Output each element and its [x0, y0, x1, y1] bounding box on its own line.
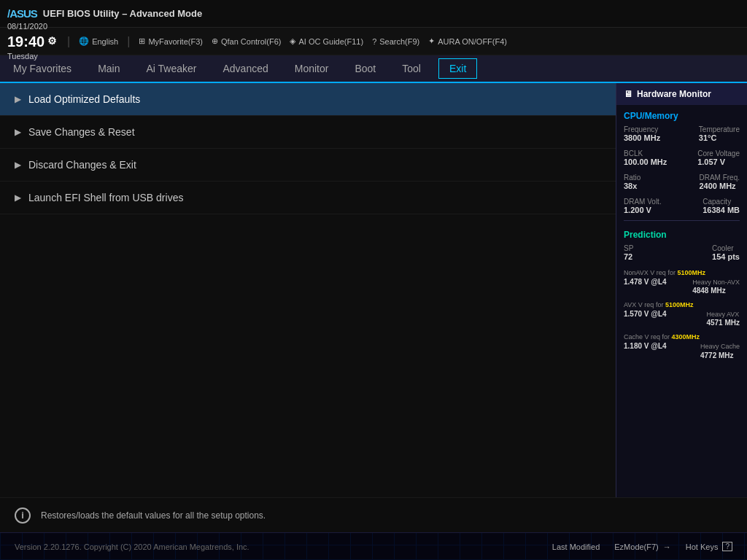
nav-advanced[interactable]: Advanced [209, 55, 281, 82]
heavy-nonavx-value: 4848 MHz [692, 287, 740, 295]
sp-label: SP [624, 244, 633, 252]
capacity-value: 16384 MB [703, 206, 740, 214]
nav-main[interactable]: Main [85, 55, 133, 82]
arrow-icon-4: ▶ [15, 192, 21, 203]
cache-block: Cache V req for 4300MHz 1.180 V @L4 Heav… [616, 331, 747, 363]
app-logo: /ASUS UEFI BIOS Utility – Advanced Mode [7, 7, 202, 20]
sp-value: 72 [624, 252, 633, 261]
cooler-value: 154 pts [712, 252, 740, 261]
last-modified-label: Last Modified [552, 542, 600, 551]
menu-item-discard-exit[interactable]: ▶ Discard Changes & Exit [0, 149, 616, 182]
nav-exit[interactable]: Exit [438, 58, 477, 79]
cooler-label: Cooler [712, 244, 740, 252]
menu-item-load-defaults[interactable]: ▶ Load Optimized Defaults [0, 83, 616, 116]
core-voltage-value: 1.057 V [697, 158, 740, 166]
aura-icon: ✦ [428, 36, 435, 46]
favorite-icon: ⊞ [139, 36, 145, 46]
separator-1: | [67, 35, 70, 48]
nav-boot[interactable]: Boot [341, 55, 389, 82]
prediction-section: Prediction [616, 225, 747, 243]
bclk-row: BCLK 100.00 MHz Core Voltage 1.057 V [616, 148, 747, 168]
aura-button[interactable]: ✦ AURA ON/OFF(F4) [428, 36, 507, 46]
info-text: Restores/loads the default values for al… [41, 510, 266, 521]
menu-label-launch-efi: Launch EFI Shell from USB drives [28, 192, 183, 203]
bclk-value: 100.00 MHz [624, 158, 667, 166]
menu-item-launch-efi[interactable]: ▶ Launch EFI Shell from USB drives [0, 182, 616, 214]
heavy-cache-label: Heavy Cache [700, 342, 740, 351]
favorite-label: MyFavorite(F3) [148, 37, 203, 46]
qfan-button[interactable]: ⊕ Qfan Control(F6) [212, 36, 282, 46]
fan-icon: ⊕ [212, 36, 218, 46]
info-bar: i Restores/loads the default values for … [0, 497, 747, 532]
hot-keys-label: Hot Keys [686, 542, 719, 551]
nav-tool[interactable]: Tool [389, 55, 434, 82]
frequency-label: Frequency [624, 125, 660, 133]
arrow-icon-2: ▶ [15, 127, 21, 137]
info-icon: i [15, 508, 31, 524]
dram-volt-row: DRAM Volt. 1.200 V Capacity 16384 MB [616, 196, 747, 216]
heavy-cache-value: 4772 MHz [700, 351, 740, 359]
last-modified-button[interactable]: Last Modified [552, 542, 600, 551]
menu-label-save-reset: Save Changes & Reset [28, 126, 135, 138]
hw-divider [624, 220, 740, 221]
sp-row: SP 72 Cooler 154 pts [616, 243, 747, 262]
avx-volt: 1.570 V @L4 [624, 310, 667, 318]
ez-mode-button[interactable]: EzMode(F7) → [614, 542, 671, 551]
navbar: My Favorites Main Ai Tweaker Advanced Mo… [0, 55, 747, 83]
hw-monitor-header: 🖥 Hardware Monitor [616, 83, 747, 105]
left-panel: ▶ Load Optimized Defaults ▶ Save Changes… [0, 83, 616, 497]
frequency-row: Frequency 3800 MHz Temperature 31°C [616, 124, 747, 144]
menu-label-load-defaults: Load Optimized Defaults [28, 93, 140, 105]
nav-my-favorites[interactable]: My Favorites [0, 55, 85, 82]
cache-freq: 4300MHz [672, 333, 700, 341]
menu-label-discard-exit: Discard Changes & Exit [28, 159, 136, 171]
ez-mode-arrow-icon: → [663, 542, 671, 551]
globe-icon: 🌐 [79, 36, 89, 46]
aura-label: AURA ON/OFF(F4) [438, 37, 507, 46]
temperature-value: 31°C [699, 133, 740, 142]
search-button[interactable]: ? Search(F9) [372, 37, 419, 46]
my-favorite-button[interactable]: ⊞ MyFavorite(F3) [139, 36, 203, 46]
menu-item-save-reset[interactable]: ▶ Save Changes & Reset [0, 116, 616, 149]
hot-keys-button[interactable]: Hot Keys ? [686, 542, 732, 551]
hardware-monitor-panel: 🖥 Hardware Monitor CPU/Memory Frequency … [616, 83, 747, 497]
header-bar: /ASUS UEFI BIOS Utility – Advanced Mode [0, 0, 747, 28]
ratio-value: 38x [624, 182, 640, 190]
avx-freq: 5100MHz [665, 301, 694, 308]
cpu-memory-section: CPU/Memory [616, 105, 747, 124]
arrow-icon-3: ▶ [15, 160, 21, 170]
nonavx-block: NonAVX V req for 5100MHz 1.478 V @L4 Hea… [616, 267, 747, 299]
time-display: 19:40 ⚙ [7, 32, 58, 51]
dram-volt-label: DRAM Volt. [624, 198, 662, 206]
date-text: 08/11/2020 [7, 21, 58, 31]
nonavx-freq: 5100MHz [677, 269, 705, 276]
heavy-avx-label: Heavy AVX [706, 310, 740, 319]
nav-monitor[interactable]: Monitor [282, 55, 342, 82]
bclk-label: BCLK [624, 149, 667, 158]
topbar: 08/11/2020 19:40 ⚙ Tuesday | 🌐 English |… [0, 28, 747, 55]
nav-ai-tweaker[interactable]: Ai Tweaker [133, 55, 209, 82]
language-button[interactable]: 🌐 English [79, 36, 118, 46]
frequency-value: 3800 MHz [624, 133, 660, 142]
ez-mode-label: EzMode(F7) [614, 542, 659, 551]
qfan-label: Qfan Control(F6) [221, 37, 282, 46]
search-label: Search(F9) [379, 37, 419, 46]
version-text: Version 2.20.1276. Copyright (C) 2020 Am… [15, 542, 249, 551]
footer-controls: Last Modified EzMode(F7) → Hot Keys ? [552, 542, 732, 551]
cache-volt: 1.180 V @L4 [624, 342, 667, 350]
aioc-label: AI OC Guide(F11) [298, 37, 363, 46]
hw-monitor-title: Hardware Monitor [637, 89, 711, 99]
nonavx-volt: 1.478 V @L4 [624, 278, 667, 286]
footer: Version 2.20.1276. Copyright (C) 2020 Am… [0, 532, 747, 560]
gear-icon[interactable]: ⚙ [47, 34, 57, 47]
heavy-avx-value: 4571 MHz [706, 319, 740, 327]
temperature-label: Temperature [699, 125, 740, 133]
monitor-icon: 🖥 [624, 89, 632, 99]
aioc-icon: ◈ [290, 36, 295, 46]
app-title: UEFI BIOS Utility – Advanced Mode [43, 8, 202, 19]
aioc-button[interactable]: ◈ AI OC Guide(F11) [290, 36, 363, 46]
ratio-label: Ratio [624, 174, 640, 182]
time-value: 19:40 [7, 32, 44, 51]
search-icon: ? [372, 37, 376, 46]
dram-freq-value: 2400 MHz [699, 182, 740, 190]
